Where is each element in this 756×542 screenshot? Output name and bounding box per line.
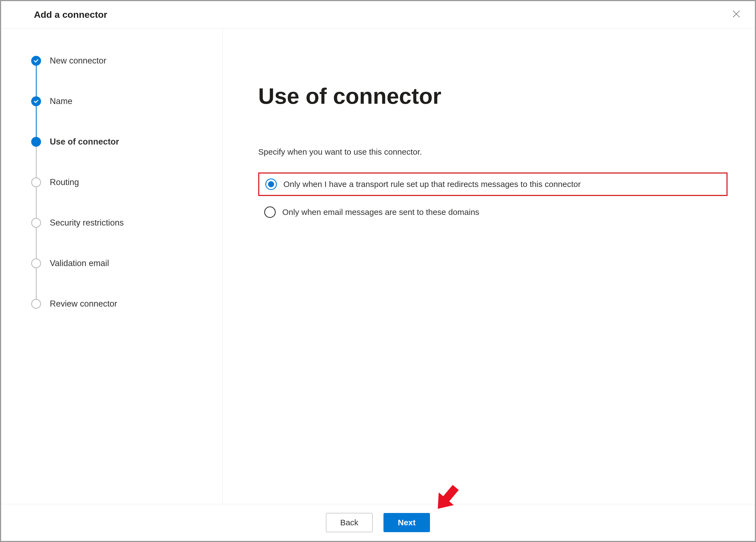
dialog-title: Add a connector [34,9,107,20]
dialog-frame: Add a connector New connector Name [0,0,756,542]
page-heading: Use of connector [258,83,728,109]
close-icon[interactable] [731,9,741,21]
next-button[interactable]: Next [383,513,430,532]
pending-step-icon [31,258,41,268]
pending-step-icon [31,299,41,309]
step-connector-line [36,106,37,137]
step-routing[interactable]: Routing [31,177,211,187]
step-label: Routing [50,177,79,187]
pending-step-icon [31,218,41,228]
step-validation-email[interactable]: Validation email [31,258,211,268]
step-connector-line [36,187,37,218]
radio-icon [264,206,276,218]
back-button[interactable]: Back [326,513,373,532]
dialog-body: New connector Name Use of connector Rout… [1,28,755,504]
step-label: Review connector [50,299,117,309]
checkmark-icon [31,56,41,66]
step-connector-line [36,268,37,299]
pending-step-icon [31,177,41,187]
titlebar: Add a connector [1,1,755,28]
step-label: Validation email [50,258,109,268]
radio-domains[interactable]: Only when email messages are sent to the… [258,201,728,223]
checkmark-icon [31,96,41,106]
current-step-icon [31,137,41,147]
step-use-of-connector[interactable]: Use of connector [31,137,211,147]
step-name[interactable]: Name [31,96,211,106]
step-new-connector[interactable]: New connector [31,56,211,66]
radio-transport-rule[interactable]: Only when I have a transport rule set up… [258,172,728,196]
step-security-restrictions[interactable]: Security restrictions [31,218,211,228]
wizard-steps: New connector Name Use of connector Rout… [1,28,223,504]
use-of-connector-radio-group: Only when I have a transport rule set up… [258,172,728,223]
radio-label: Only when I have a transport rule set up… [283,179,581,189]
step-label: Name [50,96,72,106]
instruction-text: Specify when you want to use this connec… [258,147,728,156]
step-connector-line [36,228,37,258]
radio-dot-icon [268,181,274,187]
radio-icon [265,178,277,190]
main-content: Use of connector Specify when you want t… [223,28,755,504]
step-label: New connector [50,56,106,66]
step-connector-line [36,66,37,96]
step-review-connector[interactable]: Review connector [31,299,211,309]
step-connector-line [36,147,37,177]
step-label: Use of connector [50,137,119,147]
dialog-footer: Back Next [1,504,755,541]
radio-label: Only when email messages are sent to the… [282,207,479,217]
step-label: Security restrictions [50,218,124,228]
